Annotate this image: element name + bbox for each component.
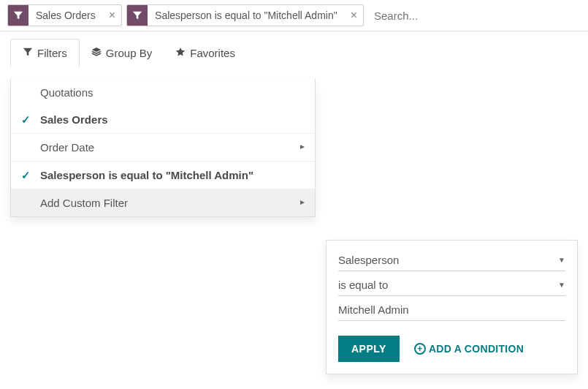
custom-filter-panel: Salesperson ▼ is equal to ▼ Mitchell Adm…	[326, 240, 578, 374]
tab-label: Group By	[106, 47, 152, 59]
tab-label: Filters	[37, 47, 67, 59]
pill-label: Salesperson is equal to "Mitchell Admin"	[148, 10, 345, 21]
chevron-down-icon: ▼	[558, 281, 565, 289]
filter-pill-salesperson[interactable]: Salesperson is equal to "Mitchell Admin"…	[126, 4, 364, 26]
filters-dropdown: Quotations Sales Orders Order Date Sales…	[10, 79, 316, 217]
control-tabs: Filters Group By Favorites	[0, 31, 588, 67]
star-icon	[175, 47, 186, 59]
layers-icon	[91, 47, 102, 59]
search-input[interactable]	[368, 5, 581, 26]
plus-circle-icon: +	[414, 343, 426, 355]
button-label: ADD A CONDITION	[429, 343, 524, 355]
chevron-down-icon: ▼	[558, 256, 565, 264]
filter-option-quotations[interactable]: Quotations	[11, 79, 315, 106]
close-icon[interactable]: ×	[103, 9, 121, 22]
filter-option-add-custom[interactable]: Add Custom Filter	[11, 189, 315, 216]
filter-option-order-date[interactable]: Order Date	[11, 134, 315, 162]
tab-favorites[interactable]: Favorites	[164, 39, 247, 67]
select-value: is equal to	[338, 279, 388, 291]
search-bar: Sales Orders × Salesperson is equal to "…	[0, 0, 588, 31]
apply-button[interactable]: APPLY	[338, 336, 400, 362]
custom-filter-operator-select[interactable]: is equal to ▼	[338, 276, 565, 296]
filter-pill-sales-orders[interactable]: Sales Orders ×	[7, 4, 122, 26]
tab-label: Favorites	[190, 47, 235, 59]
custom-filter-value-input[interactable]: Mitchell Admin	[338, 301, 565, 321]
select-value: Salesperson	[338, 254, 399, 266]
funnel-icon	[8, 5, 28, 26]
custom-filter-field-select[interactable]: Salesperson ▼	[338, 251, 565, 271]
add-condition-button[interactable]: + ADD A CONDITION	[414, 343, 524, 355]
custom-filter-actions: APPLY + ADD A CONDITION	[338, 336, 565, 362]
tab-groupby[interactable]: Group By	[80, 39, 164, 67]
close-icon[interactable]: ×	[345, 9, 363, 22]
filter-option-sales-orders[interactable]: Sales Orders	[11, 106, 315, 134]
filter-option-salesperson[interactable]: Salesperson is equal to "Mitchell Admin"	[11, 162, 315, 189]
tab-filters[interactable]: Filters	[10, 39, 80, 67]
funnel-icon	[23, 47, 33, 59]
funnel-icon	[127, 5, 148, 26]
pill-label: Sales Orders	[28, 10, 103, 21]
